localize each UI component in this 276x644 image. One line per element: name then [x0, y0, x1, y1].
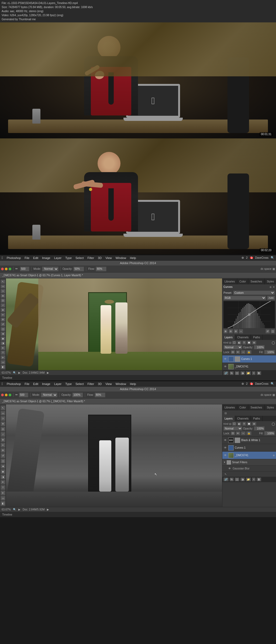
ps1-lock-transparent[interactable]: ⊡ [231, 350, 235, 354]
ps2-tab-layers[interactable]: Layers [222, 416, 235, 421]
ps1-tool-move[interactable]: ↖ [1, 280, 5, 284]
ps2-tool-type[interactable]: T [1, 485, 5, 490]
ps2-tool-3d[interactable]: ◧ [1, 501, 5, 506]
ps2-tab-color[interactable]: Color [237, 404, 248, 410]
ps2-menu-view[interactable]: View [104, 381, 113, 387]
ps2-tool-brush[interactable]: ✏ [1, 443, 5, 448]
ps2-mode-select[interactable]: Normal [41, 393, 57, 397]
ps1-curves-tool3[interactable]: ⊘ [234, 329, 238, 333]
ps2-layer-delete[interactable]: 🗑 [257, 478, 261, 481]
ps1-menu-filter[interactable]: Filter [86, 255, 96, 261]
ps1-layer-fx[interactable]: fx [230, 371, 234, 375]
ps1-menu-photoshop[interactable]: Photoshop [5, 255, 23, 261]
ps2-menu-help[interactable]: Help [128, 381, 138, 387]
ps2-tool-history-brush[interactable]: ↺ [1, 453, 5, 458]
ps1-filter-adj[interactable]: ◐ [237, 341, 242, 345]
ps1-filter-pixel[interactable]: ☐ [232, 341, 236, 345]
ps1-tool-path-select[interactable]: ⊳ [1, 355, 5, 360]
ps1-filter-toggle[interactable]: ◯ [272, 341, 275, 345]
ps1-layer-link[interactable]: 🔗 [223, 371, 229, 375]
ps1-tool-eyedropper[interactable]: 𝒊 [1, 303, 5, 308]
ps2-tab-channels[interactable]: Channels [235, 416, 251, 421]
ps2-filter-type[interactable]: T [242, 422, 246, 426]
ps2-fill-val[interactable] [264, 431, 275, 435]
ps2-layer-adj-btn[interactable]: ◑ [240, 478, 245, 481]
ps2-lock-all[interactable]: 🔒 [246, 431, 251, 435]
ps2-tool-eraser[interactable]: ◫ [1, 459, 5, 464]
ps1-curves-close-icon[interactable]: ✕ [273, 286, 275, 288]
ps2-tool-magic-wand[interactable]: ✵ [1, 421, 5, 426]
ps2-minimize-btn[interactable] [5, 394, 8, 396]
ps1-tool-3d[interactable]: ◧ [1, 365, 5, 369]
ps1-curves-tool1[interactable]: ⊕ [223, 329, 228, 333]
ps1-menu-window[interactable]: Window [114, 255, 128, 261]
apple-menu-icon[interactable]:  [2, 256, 3, 260]
ps2-document-tab[interactable]: _DMC6741 as Smart Object-1 @ 63.7% (_DMC… [0, 398, 276, 404]
ps2-filter-adj[interactable]: ◐ [237, 422, 242, 426]
ps1-layer-delete[interactable]: 🗑 [257, 371, 261, 375]
ps1-blend-select[interactable]: Normal [223, 345, 242, 349]
ps1-menu-type[interactable]: Type [64, 255, 73, 261]
ps2-menu-photoshop[interactable]: Photoshop [5, 381, 23, 387]
ps1-curves-tool2[interactable]: ⊖ [229, 329, 233, 333]
ps1-tool-shape[interactable]: ▭ [1, 360, 5, 364]
ps2-lock-image[interactable]: ✏ [236, 431, 240, 435]
ps1-lock-image[interactable]: ✏ [236, 350, 240, 354]
ps1-curves-clip[interactable]: ◫ [271, 329, 275, 333]
ps2-tool-select-rect[interactable]: ▭ [1, 411, 5, 416]
ps2-menu-image[interactable]: Image [40, 381, 52, 387]
ps2-arrange-icon[interactable]: ▦ [272, 393, 275, 396]
ps1-tab-channels[interactable]: Channels [235, 335, 251, 340]
ps1-minimize-btn[interactable] [5, 268, 8, 270]
ps2-close-btn[interactable] [1, 394, 4, 396]
ps1-tool-pen[interactable]: ✒ [1, 346, 5, 350]
ps2-tab-paths[interactable]: Paths [251, 416, 263, 421]
ps2-layer-mask-btn[interactable]: ◫ [235, 478, 239, 481]
ps1-arrange-icon[interactable]: ▦ [272, 267, 275, 270]
ps1-menu-edit[interactable]: Edit [32, 255, 40, 261]
ps2-tool-clone[interactable]: ⊚ [1, 448, 5, 453]
ps2-tool-shape[interactable]: ▭ [1, 496, 5, 501]
ps2-maximize-btn[interactable] [9, 394, 11, 396]
ps1-tool-eraser[interactable]: ◫ [1, 327, 5, 331]
ps2-layer-dmc6741[interactable]: 👁 _DMC6741 ⊛ [222, 452, 276, 459]
ps1-maximize-btn[interactable] [9, 268, 11, 270]
ps2-blend-select[interactable]: Normal [223, 426, 242, 431]
ps1-menu-view[interactable]: View [104, 255, 113, 261]
ps2-tool-eyedropper[interactable]: 𝒊 [1, 432, 5, 437]
ps2-tool-gradient[interactable]: ◈ [1, 464, 5, 469]
ps1-menu-layer[interactable]: Layer [53, 255, 63, 261]
ps2-tool-dodge[interactable]: ◑ [1, 475, 5, 479]
ps1-tool-crop[interactable]: ⊡ [1, 298, 5, 303]
ps2-flow-input[interactable] [95, 393, 105, 397]
ps1-menu-select[interactable]: Select [74, 255, 85, 261]
ps2-lock-transparent[interactable]: ⊡ [231, 431, 235, 435]
ps1-curves-tool4[interactable]: ↔ [239, 329, 243, 333]
ps1-menu-3d[interactable]: 3D [96, 255, 103, 261]
ps2-layer-link[interactable]: 🔗 [223, 478, 229, 481]
ps1-filter-shape[interactable]: ⬟ [247, 341, 251, 345]
ps2-gaussian-eye-icon[interactable]: 👁 [228, 467, 232, 471]
ps1-layer-curves1[interactable]: 👁 Curves 1 [222, 355, 276, 363]
ps1-tool-gradient[interactable]: ◈ [1, 332, 5, 336]
ps1-filter-type[interactable]: T [242, 341, 246, 345]
ps2-filter-shape[interactable]: ⬟ [247, 422, 251, 426]
ps2-filter-smart[interactable]: ⊛ [252, 422, 256, 426]
ps2-apple-menu-icon[interactable]:  [2, 382, 3, 386]
ps1-fill-val[interactable] [264, 350, 275, 354]
ps2-tab-styles[interactable]: Styles [265, 404, 276, 410]
ps1-tool-lasso[interactable]: ⊃ [1, 289, 5, 293]
ps2-size-input[interactable] [19, 393, 28, 397]
ps2-search-icon[interactable]: 🔍 [271, 382, 274, 386]
ps1-auto-btn[interactable]: Auto [267, 296, 275, 300]
ps1-size-input[interactable] [20, 267, 29, 271]
ps1-tab-libraries[interactable]: Libraries [222, 278, 237, 284]
ps2-opacity-val[interactable] [254, 426, 265, 431]
ps1-menu-help[interactable]: Help [128, 255, 138, 261]
ps1-size-arrow[interactable]: ▶ [47, 371, 49, 374]
ps1-preset-select[interactable]: Custom [233, 291, 275, 295]
ps1-tool-blur[interactable]: ◉ [1, 336, 5, 341]
ps2-filter-toggle[interactable]: ◯ [272, 422, 275, 426]
ps1-close-btn[interactable] [1, 268, 4, 270]
ps1-tool-dodge[interactable]: ◑ [1, 341, 5, 346]
